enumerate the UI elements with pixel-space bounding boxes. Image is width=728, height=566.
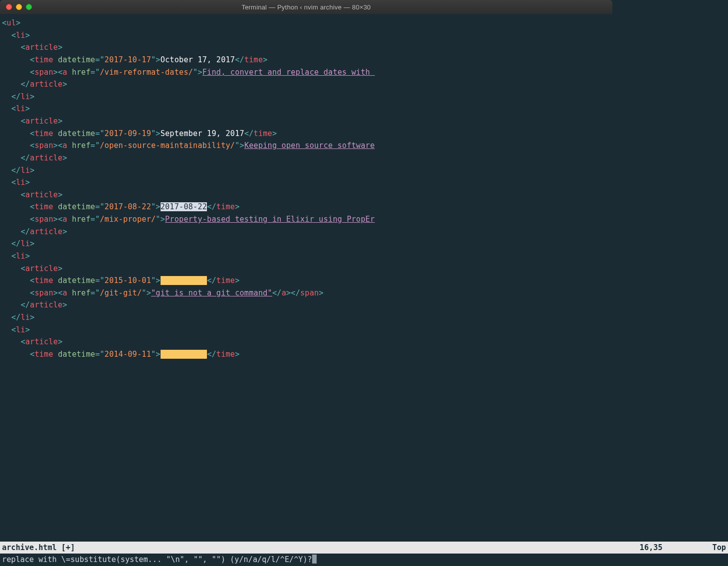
window-titlebar: Terminal — Python ‹ nvim archive — 80×30 [0, 0, 612, 14]
code-line[interactable]: <span><a href="/vim-reformat-dates/">Fin… [2, 66, 610, 79]
code-line[interactable]: <time datetime="2017-08-22">2017-08-22</… [2, 201, 610, 213]
code-line[interactable]: <li> [2, 250, 610, 263]
code-line[interactable]: <article> [2, 336, 610, 348]
editor-viewport[interactable]: <ul> <li> <article> <time datetime="2017… [0, 14, 612, 361]
window-title: Terminal — Python ‹ nvim archive — 80×30 [241, 3, 370, 11]
code-line[interactable]: <time datetime="2015-10-01">2015-10-01</… [2, 275, 610, 287]
code-line[interactable]: <time datetime="2014-09-11">2014-09-11</… [2, 348, 610, 361]
zoom-icon[interactable] [26, 4, 32, 10]
code-line[interactable]: </li> [2, 164, 610, 177]
code-line[interactable]: </li> [2, 311, 610, 324]
code-line[interactable]: <li> [2, 29, 610, 42]
code-line[interactable]: <span><a href="/mix-proper/">Property-ba… [2, 213, 610, 226]
code-line[interactable]: </article> [2, 78, 610, 91]
code-line[interactable]: <time datetime="2017-09-19">September 19… [2, 128, 610, 140]
code-line[interactable]: <ul> [2, 17, 610, 29]
code-line[interactable]: </article> [2, 152, 610, 164]
traffic-lights [6, 4, 32, 10]
code-line[interactable]: <article> [2, 263, 610, 275]
code-line[interactable]: <span><a href="/open-source-maintainabil… [2, 140, 610, 152]
code-line[interactable]: <article> [2, 115, 610, 128]
code-line[interactable]: <article> [2, 41, 610, 54]
code-line[interactable]: </article> [2, 226, 610, 238]
code-line[interactable]: <li> [2, 103, 610, 115]
code-line[interactable]: <time datetime="2017-10-17">October 17, … [2, 54, 610, 66]
code-line[interactable]: </li> [2, 238, 610, 250]
code-line[interactable]: <span><a href="/git-git/">"git is not a … [2, 287, 610, 299]
minimize-icon[interactable] [16, 4, 22, 10]
code-line[interactable]: <li> [2, 176, 610, 189]
code-line[interactable]: <article> [2, 189, 610, 201]
close-icon[interactable] [6, 4, 12, 10]
code-line[interactable]: <li> [2, 324, 610, 336]
code-line[interactable]: </article> [2, 299, 610, 311]
code-line[interactable]: </li> [2, 91, 610, 103]
